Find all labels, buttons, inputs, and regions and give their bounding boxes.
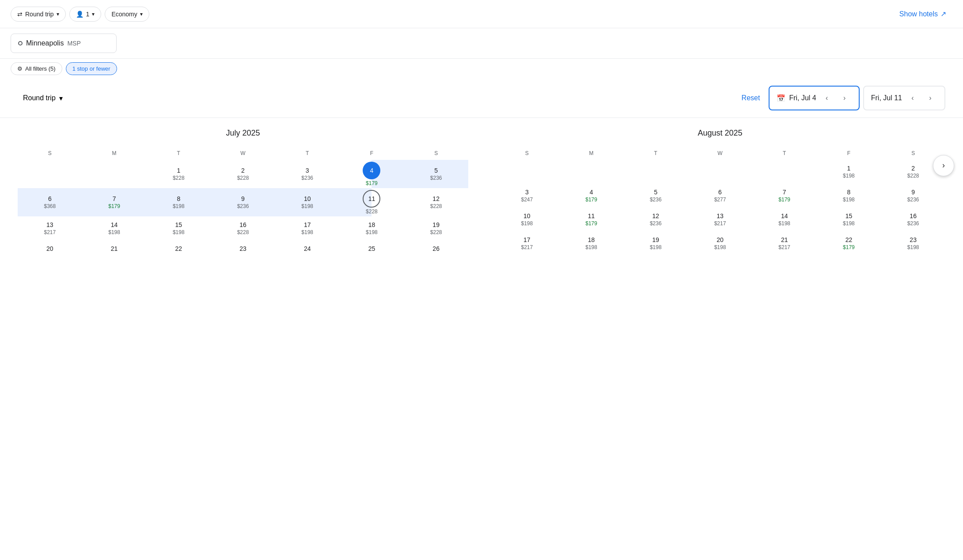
calendar-day-cell[interactable]: 7$179 [82, 188, 147, 216]
calendar-day-cell[interactable]: 16$236 [881, 208, 945, 231]
return-next-button[interactable]: › [923, 91, 937, 105]
calendar-day-cell[interactable]: 8$198 [817, 184, 881, 208]
calendar-day-cell[interactable]: 15$198 [817, 208, 881, 231]
calendar-day-cell[interactable]: 22$198 [146, 240, 211, 252]
round-trip-icon: ⇄ [17, 11, 23, 18]
person-icon: 👤 [76, 11, 83, 18]
calendar-day-cell[interactable]: 4$179 [559, 184, 624, 208]
day-price: $368 [44, 203, 56, 209]
calendar-day-cell[interactable]: 18$198 [559, 231, 624, 252]
calendar-day-cell[interactable]: 14$198 [82, 216, 147, 240]
calendar-day-cell[interactable]: 13$217 [688, 208, 752, 231]
calendar-day-cell[interactable]: 23$198 [881, 231, 945, 252]
depart-next-button[interactable]: › [838, 91, 852, 105]
return-prev-button[interactable]: ‹ [906, 91, 920, 105]
calendar-day-cell[interactable]: 10$198 [495, 208, 559, 231]
day-header: T [752, 147, 817, 160]
passengers-button[interactable]: 👤 1 ▾ [69, 7, 102, 22]
calendar-day-cell[interactable]: 22$179 [817, 231, 881, 252]
stops-filter-button[interactable]: 1 stop or fewer [66, 62, 117, 75]
chevron-down-icon: ▾ [140, 11, 143, 17]
day-price: $179 [366, 180, 378, 186]
calendar-day-cell[interactable]: 23$228 [211, 240, 275, 252]
chevron-down-icon: ▾ [57, 11, 59, 17]
calendar-day-cell[interactable]: 24$198 [275, 240, 340, 252]
empty-day-cell [688, 160, 752, 184]
day-number: 16 [239, 221, 246, 228]
calendar-day-cell[interactable]: 13$217 [18, 216, 82, 240]
day-number: 8 [177, 195, 180, 202]
depart-date-box[interactable]: 📅 Fri, Jul 4 ‹ › [769, 86, 859, 110]
day-header: W [688, 147, 752, 160]
day-number: 2 [911, 165, 915, 172]
all-filters-button[interactable]: ⚙ All filters (5) [11, 62, 62, 75]
calendar-day-cell[interactable]: 14$198 [752, 208, 817, 231]
calendar-day-cell[interactable]: 9$236 [881, 184, 945, 208]
calendar-day-cell[interactable]: 1$228 [146, 160, 211, 188]
calendar-day-cell[interactable]: 16$228 [211, 216, 275, 240]
calendar-day-cell[interactable]: 10$198 [275, 188, 340, 216]
calendar-day-cell[interactable]: 18$198 [340, 216, 404, 240]
july-calendar: July 2025 SMTWTFS1$2282$2283$2364$1795$2… [18, 129, 468, 252]
depart-date-label: Fri, Jul 4 [789, 94, 816, 102]
day-price: $179 [585, 197, 597, 203]
calendar-day-cell[interactable]: 12$236 [623, 208, 688, 231]
day-number: 20 [717, 236, 724, 243]
calendar-day-cell[interactable]: 8$198 [146, 188, 211, 216]
empty-day-cell [495, 160, 559, 184]
calendar-day-cell[interactable]: 19$228 [404, 216, 468, 240]
stops-label: 1 stop or fewer [72, 65, 110, 72]
filters-bar: ⚙ All filters (5) 1 stop or fewer [0, 59, 963, 79]
calendar-day-cell[interactable]: 20$198 [688, 231, 752, 252]
day-number: 15 [845, 212, 853, 219]
day-number: 23 [910, 236, 917, 243]
calendar-day-cell[interactable]: 6$277 [688, 184, 752, 208]
calendar-day-cell[interactable]: 21$179 [82, 240, 147, 252]
calendar-next-button[interactable]: › [933, 155, 954, 176]
calendar-day-cell[interactable]: 25$198 [340, 240, 404, 252]
calendar-day-cell[interactable]: 1$198 [817, 160, 881, 184]
calendar-day-cell[interactable]: 17$198 [275, 216, 340, 240]
calendar-day-cell[interactable]: 9$236 [211, 188, 275, 216]
day-price: $198 [843, 197, 855, 203]
day-price: $198 [907, 244, 919, 250]
calendar-day-cell[interactable]: 5$236 [623, 184, 688, 208]
calendar-day-cell[interactable]: 3$236 [275, 160, 340, 188]
day-number: 14 [111, 221, 118, 228]
calendar-trip-type-button[interactable]: Round trip ▾ [18, 91, 68, 106]
calendar-day-cell[interactable]: 19$198 [623, 231, 688, 252]
day-header: T [623, 147, 688, 160]
day-number: 7 [783, 189, 786, 196]
calendar-day-cell[interactable]: 2$228 [211, 160, 275, 188]
calendar-day-cell[interactable]: 15$198 [146, 216, 211, 240]
calendar-day-cell[interactable]: 12$228 [404, 188, 468, 216]
day-number: 7 [113, 195, 116, 202]
calendar-day-cell[interactable]: 4$179 [340, 160, 404, 188]
day-number: 2 [241, 167, 245, 174]
reset-button[interactable]: Reset [742, 94, 760, 102]
calendar-icon: 📅 [777, 94, 785, 102]
day-number: 9 [911, 189, 915, 196]
calendar-day-cell[interactable]: 5$236 [404, 160, 468, 188]
trip-type-button[interactable]: ⇄ Round trip ▾ [11, 7, 66, 22]
show-hotels-button[interactable]: Show hotels ↗ [893, 6, 952, 22]
origin-field[interactable]: Minneapolis MSP [11, 34, 117, 53]
calendar-day-cell[interactable]: 11$228 [340, 188, 404, 216]
return-date-box[interactable]: Fri, Jul 11 ‹ › [863, 86, 945, 110]
calendar-day-cell[interactable]: 21$217 [752, 231, 817, 252]
calendar-day-cell[interactable]: 17$217 [495, 231, 559, 252]
calendar-day-cell[interactable]: 6$368 [18, 188, 82, 216]
depart-prev-button[interactable]: ‹ [820, 91, 834, 105]
cabin-class-button[interactable]: Economy ▾ [105, 7, 149, 22]
calendar-overlay: Round trip ▾ Reset 📅 Fri, Jul 4 ‹ › Fri,… [0, 79, 963, 252]
calendar-day-cell[interactable]: 7$179 [752, 184, 817, 208]
calendar-day-cell[interactable]: 20$228 [18, 240, 82, 252]
calendar-body: July 2025 SMTWTFS1$2282$2283$2364$1795$2… [0, 118, 963, 252]
day-number: 18 [368, 221, 375, 228]
calendar-day-cell[interactable]: 11$179 [559, 208, 624, 231]
day-header: W [211, 147, 275, 160]
day-price: $198 [173, 229, 185, 235]
calendar-day-cell[interactable]: 26$198 [404, 240, 468, 252]
calendar-day-cell[interactable]: 3$247 [495, 184, 559, 208]
empty-day-cell [752, 160, 817, 184]
